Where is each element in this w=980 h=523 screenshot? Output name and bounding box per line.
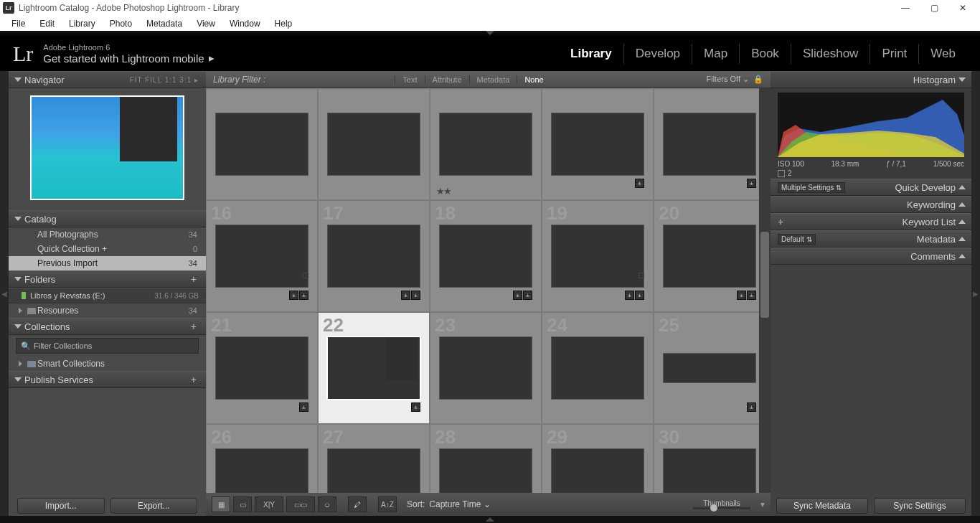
thumbnail-cell[interactable]: 25± (654, 312, 765, 424)
develop-badge-icon[interactable]: ± (513, 291, 522, 300)
develop-badge-icon[interactable]: ± (747, 402, 756, 412)
develop-badge-icon[interactable]: ± (411, 402, 420, 412)
view-compare-button[interactable]: X|Y (255, 496, 283, 512)
folders-header[interactable]: Folders + (9, 270, 206, 288)
develop-badge-icon[interactable]: ± (289, 291, 298, 300)
thumbnail-cell[interactable]: 22± (318, 312, 430, 424)
filter-tab-text[interactable]: Text (395, 75, 424, 84)
thumbnail-cell[interactable]: 20±± (654, 200, 765, 312)
flag-marker[interactable] (303, 273, 308, 278)
thumbnail-cell[interactable]: 21± (206, 312, 318, 424)
keyword-list-header[interactable]: + Keyword List (771, 213, 971, 230)
mobile-link[interactable]: Get started with Lightroom mobile▸ (43, 52, 214, 65)
publish-services-header[interactable]: Publish Services + (9, 371, 206, 388)
thumbnail-cell[interactable]: 23 (430, 312, 542, 424)
thumbnail-cell[interactable] (318, 88, 430, 200)
rating-stars[interactable]: ★★ (436, 186, 451, 197)
menu-help[interactable]: Help (268, 17, 300, 30)
module-library[interactable]: Library (559, 44, 623, 64)
thumbnail-cell[interactable]: 19±± (542, 200, 654, 312)
flag-marker[interactable] (639, 273, 644, 278)
menu-window[interactable]: Window (222, 17, 268, 30)
develop-badge-icon[interactable]: ± (299, 291, 308, 300)
minimize-button[interactable]: — (891, 1, 920, 15)
thumbnail-cell[interactable]: 18±± (430, 200, 542, 312)
catalog-all-photographs[interactable]: All Photographs34 (9, 227, 206, 242)
thumbnail-cell[interactable]: ± (542, 88, 654, 200)
smart-collections[interactable]: Smart Collections (9, 357, 206, 371)
module-develop[interactable]: Develop (623, 44, 692, 64)
view-grid-button[interactable]: ▦ (212, 496, 230, 512)
develop-badge-icon[interactable]: ± (635, 291, 644, 300)
histogram-header[interactable]: Histogram (771, 71, 971, 88)
thumbnail-cell[interactable]: ± (654, 88, 765, 200)
thumbnail-cell[interactable]: 26 (206, 424, 318, 493)
thumbnail-cell[interactable]: 24 (542, 312, 654, 424)
filters-preset-select[interactable]: Filters Off ⌄ (706, 75, 749, 84)
right-panel-toggle[interactable]: ▶ (971, 71, 980, 516)
catalog-previous-import[interactable]: Previous Import34 (9, 256, 206, 270)
filter-tab-attribute[interactable]: Attribute (425, 75, 469, 84)
view-survey-button[interactable]: ▭▭ (286, 496, 315, 512)
view-loupe-button[interactable]: ▭ (233, 496, 252, 512)
develop-badge-icon[interactable]: ± (737, 291, 746, 300)
filter-collections-input[interactable]: 🔍 Filter Collections (16, 338, 199, 354)
module-web[interactable]: Web (918, 44, 967, 64)
metadata-header[interactable]: Default ⇅ Metadata (771, 230, 971, 248)
close-button[interactable]: ✕ (948, 1, 977, 15)
sync-settings-button[interactable]: Sync Settings (874, 498, 966, 514)
thumbnail-cell[interactable]: 29 (542, 424, 654, 493)
menu-edit[interactable]: Edit (32, 17, 62, 30)
develop-badge-icon[interactable]: ± (299, 402, 308, 412)
develop-badge-icon[interactable]: ± (625, 291, 634, 300)
folder-volume[interactable]: Libros y Revistas (E:) 31.6 / 346 GB (9, 288, 206, 303)
menu-library[interactable]: Library (62, 17, 103, 30)
develop-badge-icon[interactable]: ± (401, 291, 410, 300)
module-print[interactable]: Print (870, 44, 918, 64)
collections-header[interactable]: Collections + (9, 318, 206, 335)
navigator-preview[interactable] (9, 88, 206, 210)
menu-photo[interactable]: Photo (103, 17, 139, 30)
module-book[interactable]: Book (739, 44, 791, 64)
navigator-header[interactable]: Navigator FIT FILL 1:1 3:1 ▸ (9, 71, 206, 88)
left-panel-toggle[interactable]: ◀ (0, 71, 9, 516)
maximize-button[interactable]: ▢ (920, 1, 948, 15)
sync-metadata-button[interactable]: Sync Metadata (776, 498, 868, 514)
thumbnail-cell[interactable]: 17±± (318, 200, 430, 312)
thumbnail-cell[interactable]: 28 (430, 424, 542, 493)
add-folder-button[interactable]: + (189, 273, 199, 285)
view-people-button[interactable]: ☺ (318, 496, 336, 512)
catalog-quick-collection[interactable]: Quick Collection +0 (9, 242, 206, 256)
thumbnail-cell[interactable] (206, 88, 318, 200)
develop-badge-icon[interactable]: ± (635, 179, 644, 188)
navigator-zoom-options[interactable]: FIT FILL 1:1 3:1 ▸ (130, 76, 199, 84)
add-publish-button[interactable]: + (189, 374, 199, 385)
filter-tab-none[interactable]: None (517, 75, 550, 84)
painter-tool[interactable]: 🖍 (348, 496, 367, 512)
menu-metadata[interactable]: Metadata (139, 17, 189, 30)
metadata-preset-select[interactable]: Default ⇅ (778, 234, 816, 245)
develop-badge-icon[interactable]: ± (747, 291, 756, 300)
menu-file[interactable]: File (4, 17, 32, 30)
quick-develop-header[interactable]: Multiple Settings ⇅ Quick Develop (771, 179, 971, 196)
thumbnail-cell[interactable]: ★★ (430, 88, 542, 200)
filmstrip-toggle[interactable] (0, 516, 980, 523)
thumbnail-cell[interactable]: 27 (318, 424, 430, 493)
develop-badge-icon[interactable]: ± (411, 291, 420, 300)
add-collection-button[interactable]: + (189, 321, 199, 332)
export-button[interactable]: Export... (110, 498, 198, 514)
folder-resources[interactable]: Resources34 (9, 303, 206, 318)
grid-scrollbar[interactable] (759, 88, 771, 493)
toolbar-options-chevron[interactable]: ▾ (760, 499, 765, 509)
sort-direction-button[interactable]: A↕Z (378, 496, 397, 512)
thumbnail-size-slider[interactable] (693, 507, 750, 509)
lock-icon[interactable]: 🔒 (753, 75, 763, 84)
import-button[interactable]: Import... (17, 498, 105, 514)
add-keyword-button[interactable]: + (778, 216, 783, 227)
histogram-chart[interactable] (778, 93, 964, 157)
develop-badge-icon[interactable]: ± (523, 291, 532, 300)
filter-tab-metadata[interactable]: Metadata (469, 75, 517, 84)
sort-select[interactable]: Capture Time ⌄ (429, 499, 490, 509)
module-slideshow[interactable]: Slideshow (791, 44, 870, 64)
comments-header[interactable]: Comments (771, 248, 971, 265)
